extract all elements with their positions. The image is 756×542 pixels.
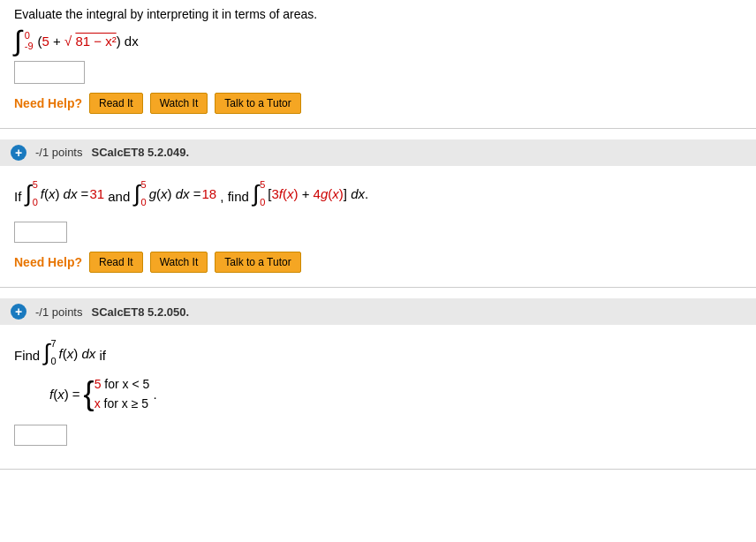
find-bounds: 5 0 bbox=[260, 177, 265, 212]
integral-symbol: ∫ bbox=[14, 28, 22, 54]
need-help-label-2: Need Help? bbox=[14, 255, 82, 269]
math-content-2: If ∫ 5 0 f(x) dx = 31 and ∫ 5 0 g(x) dx … bbox=[14, 177, 742, 212]
f-integral: ∫ 5 0 f(x) dx = 31 bbox=[26, 177, 105, 212]
integral-display: ∫ 0 -9 (5 + √ 81 − x²) dx bbox=[14, 28, 742, 54]
section-3-header: + -/1 points SCalcET8 5.2.050. bbox=[0, 298, 756, 325]
find-integral: ∫ 5 0 [3f(x) + 4g(x)] dx. bbox=[253, 177, 368, 212]
int-sym-find: ∫ bbox=[253, 184, 259, 204]
case-1: 5 for x < 5 bbox=[94, 374, 150, 394]
case2-val: x bbox=[94, 396, 101, 410]
need-help-label-1: Need Help? bbox=[14, 96, 82, 110]
f-expr: f(x) dx = bbox=[41, 182, 89, 206]
case2-cond: for x ≥ 5 bbox=[104, 396, 148, 410]
find-label-3: Find bbox=[14, 348, 43, 363]
plus-icon-3: + bbox=[11, 304, 26, 320]
plus-icon-2: + bbox=[11, 145, 26, 161]
and-label: and bbox=[108, 189, 133, 204]
integral-bounds: 0 -9 bbox=[25, 30, 34, 51]
answer-input-3[interactable] bbox=[14, 425, 67, 446]
talk-to-tutor-button-2[interactable]: Talk to a Tutor bbox=[215, 252, 300, 273]
watch-it-button-2[interactable]: Watch It bbox=[150, 252, 208, 273]
period: . bbox=[153, 387, 156, 402]
g-expr: g(x) dx = bbox=[149, 182, 201, 206]
piecewise-def: f(x) = { 5 for x < 5 x for x ≥ 5 bbox=[49, 374, 149, 414]
integrand: (5 + √ 81 − x²) dx bbox=[38, 34, 139, 49]
points-label-2: -/1 points bbox=[35, 146, 82, 159]
f-upper: 5 bbox=[33, 177, 38, 194]
math-content-3: Find ∫ 7 0 f(x) dx if f(x) = { 5 for x <… bbox=[14, 335, 742, 413]
watch-it-button-1[interactable]: Watch It bbox=[150, 93, 208, 114]
read-it-button-2[interactable]: Read It bbox=[89, 252, 143, 273]
top-problem-intro: Evaluate the integral by interpreting it… bbox=[14, 7, 742, 21]
lower-bound: -9 bbox=[25, 41, 34, 51]
section-2: + -/1 points SCalcET8 5.2.049. If ∫ 5 0 … bbox=[0, 129, 756, 289]
bounds-3: 7 0 bbox=[50, 335, 56, 371]
f-lower: 0 bbox=[33, 194, 38, 212]
if-label: If bbox=[14, 189, 26, 204]
problem-id-2: SCalcET8 5.2.049. bbox=[91, 146, 189, 159]
answer-input-1[interactable] bbox=[14, 61, 85, 84]
f-val: 31 bbox=[89, 182, 104, 206]
int-sym-g: ∫ bbox=[133, 184, 140, 204]
g-lower: 0 bbox=[141, 194, 147, 212]
g-upper: 5 bbox=[141, 177, 147, 194]
need-help-row-2: Need Help? Read It Watch It Talk to a Tu… bbox=[14, 252, 742, 273]
talk-to-tutor-button-1[interactable]: Talk to a Tutor bbox=[215, 93, 300, 114]
int-sym-3: ∫ bbox=[43, 343, 49, 363]
case-2: x for x ≥ 5 bbox=[94, 394, 150, 413]
fx-label: f(x) = bbox=[49, 382, 80, 406]
int-sym-f: ∫ bbox=[26, 184, 32, 204]
find-expr: [3f(x) + 4g(x)] dx. bbox=[268, 182, 368, 206]
f-expr-3: f(x) dx bbox=[59, 342, 96, 365]
read-it-button-1[interactable]: Read It bbox=[89, 93, 143, 114]
case1-cond: for x < 5 bbox=[104, 377, 149, 391]
answer-input-2[interactable] bbox=[14, 222, 67, 243]
piecewise-cases: 5 for x < 5 x for x ≥ 5 bbox=[94, 374, 150, 414]
upper-bound: 0 bbox=[25, 30, 34, 41]
find-lower: 0 bbox=[260, 194, 265, 212]
top-section: Evaluate the integral by interpreting it… bbox=[0, 0, 756, 129]
g-bounds: 5 0 bbox=[141, 177, 147, 212]
problem-id-3: SCalcET8 5.2.050. bbox=[91, 305, 189, 319]
g-val: 18 bbox=[202, 182, 217, 206]
lower-3: 0 bbox=[50, 353, 56, 371]
piecewise-brace: { bbox=[84, 378, 94, 410]
find-label: , find bbox=[220, 189, 253, 204]
need-help-row-1: Need Help? Read It Watch It Talk to a Tu… bbox=[14, 93, 742, 114]
section-3: + -/1 points SCalcET8 5.2.050. Find ∫ 7 … bbox=[0, 288, 756, 469]
find-upper: 5 bbox=[260, 177, 265, 194]
f-bounds: 5 0 bbox=[33, 177, 38, 212]
if-label-3: if bbox=[99, 348, 106, 363]
g-integral: ∫ 5 0 g(x) dx = 18 bbox=[133, 177, 216, 212]
upper-3: 7 bbox=[50, 335, 56, 353]
section-2-header: + -/1 points SCalcET8 5.2.049. bbox=[0, 139, 756, 166]
points-label-3: -/1 points bbox=[35, 305, 82, 319]
const-term: 5 bbox=[42, 34, 49, 49]
integral-3: ∫ 7 0 f(x) dx bbox=[43, 335, 95, 371]
sqrt-term: √ 81 − x² bbox=[64, 34, 117, 49]
case1-val: 5 bbox=[94, 377, 102, 391]
